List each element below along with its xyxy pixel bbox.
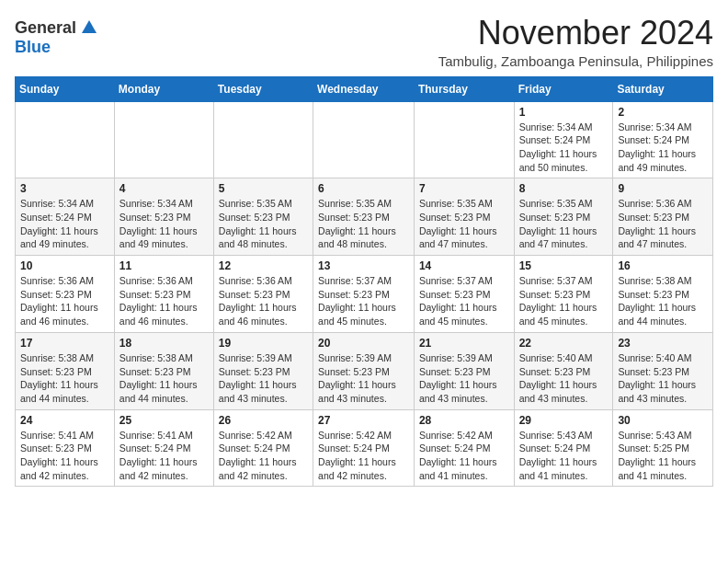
logo-blue: Blue [15, 38, 51, 56]
day-info: Sunrise: 5:43 AM Sunset: 5:24 PM Dayligh… [519, 429, 609, 483]
table-cell [213, 101, 313, 178]
day-info: Sunrise: 5:39 AM Sunset: 5:23 PM Dayligh… [219, 351, 308, 406]
day-info: Sunrise: 5:35 AM Sunset: 5:23 PM Dayligh… [318, 197, 409, 251]
day-number: 10 [20, 259, 109, 272]
day-number: 22 [519, 337, 609, 350]
calendar-table: SundayMondayTuesdayWednesdayThursdayFrid… [15, 76, 713, 488]
table-cell [114, 101, 213, 178]
table-cell: 5Sunrise: 5:35 AM Sunset: 5:23 PM Daylig… [213, 178, 313, 256]
day-info: Sunrise: 5:35 AM Sunset: 5:23 PM Dayligh… [219, 197, 308, 251]
table-cell: 19Sunrise: 5:39 AM Sunset: 5:23 PM Dayli… [213, 332, 313, 409]
day-number: 20 [318, 337, 409, 350]
day-info: Sunrise: 5:38 AM Sunset: 5:23 PM Dayligh… [20, 351, 109, 406]
day-info: Sunrise: 5:34 AM Sunset: 5:24 PM Dayligh… [519, 121, 609, 175]
table-cell: 6Sunrise: 5:35 AM Sunset: 5:23 PM Daylig… [313, 178, 415, 256]
day-info: Sunrise: 5:42 AM Sunset: 5:24 PM Dayligh… [219, 429, 308, 483]
table-cell: 29Sunrise: 5:43 AM Sunset: 5:24 PM Dayli… [514, 409, 613, 487]
day-number: 5 [219, 182, 308, 195]
table-cell: 14Sunrise: 5:37 AM Sunset: 5:23 PM Dayli… [414, 256, 514, 333]
table-cell: 28Sunrise: 5:42 AM Sunset: 5:24 PM Dayli… [414, 409, 514, 487]
page-header: General Blue November 2024 Tambulig, Zam… [15, 15, 713, 69]
table-cell: 20Sunrise: 5:39 AM Sunset: 5:23 PM Dayli… [313, 332, 415, 409]
table-cell: 2Sunrise: 5:34 AM Sunset: 5:24 PM Daylig… [613, 101, 713, 178]
header-tuesday: Tuesday [213, 76, 313, 101]
day-number: 27 [318, 414, 409, 427]
day-info: Sunrise: 5:34 AM Sunset: 5:23 PM Dayligh… [119, 197, 209, 251]
day-info: Sunrise: 5:35 AM Sunset: 5:23 PM Dayligh… [419, 197, 509, 251]
day-number: 14 [419, 259, 509, 272]
day-info: Sunrise: 5:36 AM Sunset: 5:23 PM Dayligh… [20, 274, 109, 328]
table-cell: 9Sunrise: 5:36 AM Sunset: 5:23 PM Daylig… [613, 178, 713, 256]
day-info: Sunrise: 5:36 AM Sunset: 5:23 PM Dayligh… [618, 197, 708, 251]
table-cell: 18Sunrise: 5:38 AM Sunset: 5:23 PM Dayli… [114, 332, 213, 409]
day-number: 11 [119, 259, 209, 272]
day-number: 8 [519, 182, 609, 195]
day-number: 23 [618, 337, 708, 350]
day-info: Sunrise: 5:41 AM Sunset: 5:24 PM Dayligh… [119, 429, 209, 483]
table-cell: 23Sunrise: 5:40 AM Sunset: 5:23 PM Dayli… [613, 332, 713, 409]
day-info: Sunrise: 5:37 AM Sunset: 5:23 PM Dayligh… [318, 274, 409, 328]
day-number: 28 [419, 414, 509, 427]
day-number: 19 [219, 337, 308, 350]
day-number: 3 [20, 182, 109, 195]
table-cell: 22Sunrise: 5:40 AM Sunset: 5:23 PM Dayli… [514, 332, 613, 409]
day-number: 2 [618, 106, 708, 119]
week-row-4: 17Sunrise: 5:38 AM Sunset: 5:23 PM Dayli… [16, 332, 713, 409]
logo-icon [80, 17, 98, 35]
day-info: Sunrise: 5:36 AM Sunset: 5:23 PM Dayligh… [219, 274, 308, 328]
table-cell: 13Sunrise: 5:37 AM Sunset: 5:23 PM Dayli… [313, 256, 415, 333]
day-number: 21 [419, 337, 509, 350]
day-info: Sunrise: 5:38 AM Sunset: 5:23 PM Dayligh… [119, 351, 209, 406]
day-info: Sunrise: 5:40 AM Sunset: 5:23 PM Dayligh… [519, 351, 609, 406]
table-cell: 12Sunrise: 5:36 AM Sunset: 5:23 PM Dayli… [213, 256, 313, 333]
table-cell: 27Sunrise: 5:42 AM Sunset: 5:24 PM Dayli… [313, 409, 415, 487]
logo: General Blue [15, 18, 98, 57]
day-info: Sunrise: 5:34 AM Sunset: 5:24 PM Dayligh… [20, 197, 109, 251]
day-number: 4 [119, 182, 209, 195]
table-cell: 25Sunrise: 5:41 AM Sunset: 5:24 PM Dayli… [114, 409, 213, 487]
table-cell: 15Sunrise: 5:37 AM Sunset: 5:23 PM Dayli… [514, 256, 613, 333]
day-number: 29 [519, 414, 609, 427]
table-cell: 7Sunrise: 5:35 AM Sunset: 5:23 PM Daylig… [414, 178, 514, 256]
table-cell: 21Sunrise: 5:39 AM Sunset: 5:23 PM Dayli… [414, 332, 514, 409]
week-row-1: 1Sunrise: 5:34 AM Sunset: 5:24 PM Daylig… [16, 101, 713, 178]
table-cell: 16Sunrise: 5:38 AM Sunset: 5:23 PM Dayli… [613, 256, 713, 333]
day-number: 15 [519, 259, 609, 272]
day-info: Sunrise: 5:37 AM Sunset: 5:23 PM Dayligh… [419, 274, 509, 328]
day-info: Sunrise: 5:34 AM Sunset: 5:24 PM Dayligh… [618, 121, 708, 175]
day-number: 16 [618, 259, 708, 272]
table-cell [16, 101, 115, 178]
table-cell: 17Sunrise: 5:38 AM Sunset: 5:23 PM Dayli… [16, 332, 115, 409]
day-info: Sunrise: 5:42 AM Sunset: 5:24 PM Dayligh… [318, 429, 409, 483]
day-number: 26 [219, 414, 308, 427]
day-number: 1 [519, 106, 609, 119]
day-info: Sunrise: 5:35 AM Sunset: 5:23 PM Dayligh… [519, 197, 609, 251]
table-cell: 11Sunrise: 5:36 AM Sunset: 5:23 PM Dayli… [114, 256, 213, 333]
table-cell: 4Sunrise: 5:34 AM Sunset: 5:23 PM Daylig… [114, 178, 213, 256]
day-number: 17 [20, 337, 109, 350]
header-sunday: Sunday [16, 76, 115, 101]
day-number: 9 [618, 182, 708, 195]
week-row-2: 3Sunrise: 5:34 AM Sunset: 5:24 PM Daylig… [16, 178, 713, 256]
weekday-header-row: SundayMondayTuesdayWednesdayThursdayFrid… [16, 76, 713, 101]
day-number: 24 [20, 414, 109, 427]
day-info: Sunrise: 5:41 AM Sunset: 5:23 PM Dayligh… [20, 429, 109, 483]
day-info: Sunrise: 5:39 AM Sunset: 5:23 PM Dayligh… [419, 351, 509, 406]
header-thursday: Thursday [414, 76, 514, 101]
location-title: Tambulig, Zamboanga Peninsula, Philippin… [438, 53, 713, 69]
day-number: 30 [618, 414, 708, 427]
day-info: Sunrise: 5:42 AM Sunset: 5:24 PM Dayligh… [419, 429, 509, 483]
logo-general: General [15, 18, 76, 38]
day-number: 18 [119, 337, 209, 350]
header-monday: Monday [114, 76, 213, 101]
table-cell: 26Sunrise: 5:42 AM Sunset: 5:24 PM Dayli… [213, 409, 313, 487]
header-wednesday: Wednesday [313, 76, 415, 101]
header-saturday: Saturday [613, 76, 713, 101]
day-info: Sunrise: 5:40 AM Sunset: 5:23 PM Dayligh… [618, 351, 708, 406]
title-block: November 2024 Tambulig, Zamboanga Penins… [438, 15, 713, 69]
header-friday: Friday [514, 76, 613, 101]
week-row-3: 10Sunrise: 5:36 AM Sunset: 5:23 PM Dayli… [16, 256, 713, 333]
day-number: 13 [318, 259, 409, 272]
week-row-5: 24Sunrise: 5:41 AM Sunset: 5:23 PM Dayli… [16, 409, 713, 487]
table-cell: 8Sunrise: 5:35 AM Sunset: 5:23 PM Daylig… [514, 178, 613, 256]
